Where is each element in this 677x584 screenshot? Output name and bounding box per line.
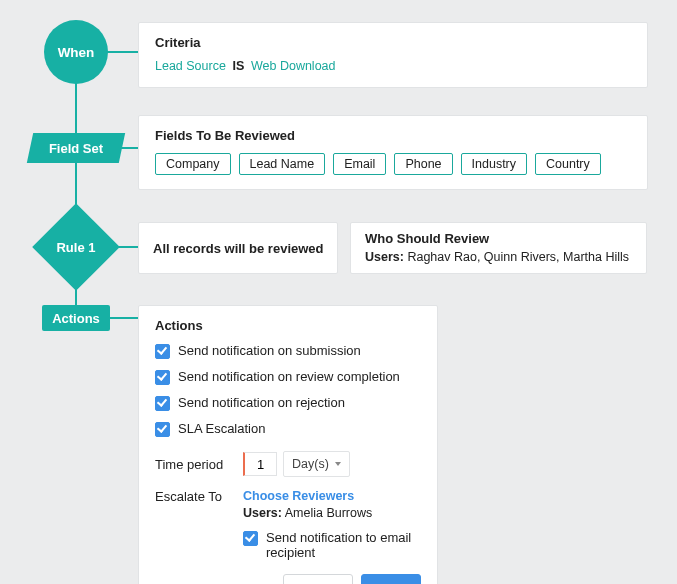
criteria-value[interactable]: Web Download	[251, 59, 336, 73]
criteria-field[interactable]: Lead Source	[155, 59, 226, 73]
save-button[interactable]: Save	[361, 574, 421, 584]
check-row-sla: SLA Escalation	[155, 421, 421, 437]
save-label: Save	[376, 581, 406, 585]
connector-line	[107, 51, 138, 53]
actions-title: Actions	[155, 318, 421, 333]
fields-title: Fields To Be Reviewed	[155, 128, 631, 143]
connector-line	[110, 317, 138, 319]
time-unit-label: Day(s)	[292, 457, 329, 471]
field-pill[interactable]: Lead Name	[239, 153, 326, 175]
check-label: Send notification to email recipient	[266, 530, 421, 560]
fields-row: Company Lead Name Email Phone Industry C…	[155, 153, 631, 175]
check-row-notify-email: Send notification to email recipient	[243, 530, 421, 560]
fieldset-label: Field Set	[49, 141, 103, 156]
check-label: Send notification on review completion	[178, 369, 400, 384]
criteria-op: IS	[233, 59, 245, 73]
checkbox-sla[interactable]	[155, 422, 170, 437]
checkbox-rejection[interactable]	[155, 396, 170, 411]
check-row-rejection: Send notification on rejection	[155, 395, 421, 411]
escalate-row: Escalate To Choose Reviewers Users: Amel…	[155, 489, 421, 560]
fieldset-node: Field Set	[27, 133, 125, 163]
field-pill[interactable]: Email	[333, 153, 386, 175]
chevron-down-icon	[335, 462, 341, 466]
check-row-completion: Send notification on review completion	[155, 369, 421, 385]
check-label: Send notification on submission	[178, 343, 361, 358]
button-row: Cancel Save	[155, 574, 421, 584]
checkbox-completion[interactable]	[155, 370, 170, 385]
when-label: When	[58, 45, 95, 60]
criteria-card: Criteria Lead Source IS Web Download	[138, 22, 648, 88]
who-review-card: Who Should Review Users: Raghav Rao, Qui…	[350, 222, 647, 274]
actions-node: Actions	[42, 305, 110, 331]
fields-card: Fields To Be Reviewed Company Lead Name …	[138, 115, 648, 190]
time-period-label: Time period	[155, 457, 243, 472]
field-pill[interactable]: Company	[155, 153, 231, 175]
field-pill[interactable]: Industry	[461, 153, 527, 175]
field-pill[interactable]: Country	[535, 153, 601, 175]
who-review-prefix: Users:	[365, 250, 404, 264]
escalate-label: Escalate To	[155, 489, 243, 560]
connector-line	[75, 82, 77, 133]
checkbox-notify-email[interactable]	[243, 531, 258, 546]
check-label: Send notification on rejection	[178, 395, 345, 410]
actions-node-label: Actions	[52, 311, 100, 326]
escalate-users: Users: Amelia Burrows	[243, 506, 421, 520]
when-node: When	[44, 20, 108, 84]
choose-reviewers-link[interactable]: Choose Reviewers	[243, 489, 421, 503]
time-value-input[interactable]	[243, 452, 277, 476]
escalate-users-prefix: Users:	[243, 506, 282, 520]
actions-card: Actions Send notification on submission …	[138, 305, 438, 584]
check-row-submission: Send notification on submission	[155, 343, 421, 359]
check-label: SLA Escalation	[178, 421, 265, 436]
criteria-title: Criteria	[155, 35, 631, 50]
all-records-text: All records will be reviewed	[153, 241, 324, 256]
time-period-row: Time period Day(s)	[155, 451, 421, 477]
time-unit-select[interactable]: Day(s)	[283, 451, 350, 477]
checkbox-submission[interactable]	[155, 344, 170, 359]
escalate-users-names: Amelia Burrows	[285, 506, 373, 520]
field-pill[interactable]: Phone	[394, 153, 452, 175]
cancel-label: Cancel	[298, 581, 338, 585]
rule-label: Rule 1	[45, 216, 107, 278]
who-review-users: Users: Raghav Rao, Quinn Rivers, Martha …	[365, 250, 632, 264]
rule-node: Rule 1	[45, 216, 107, 278]
cancel-button[interactable]: Cancel	[283, 574, 353, 584]
who-review-title: Who Should Review	[365, 231, 632, 246]
criteria-expression: Lead Source IS Web Download	[155, 58, 631, 73]
who-review-names: Raghav Rao, Quinn Rivers, Martha Hills	[407, 250, 629, 264]
all-records-card: All records will be reviewed	[138, 222, 338, 274]
